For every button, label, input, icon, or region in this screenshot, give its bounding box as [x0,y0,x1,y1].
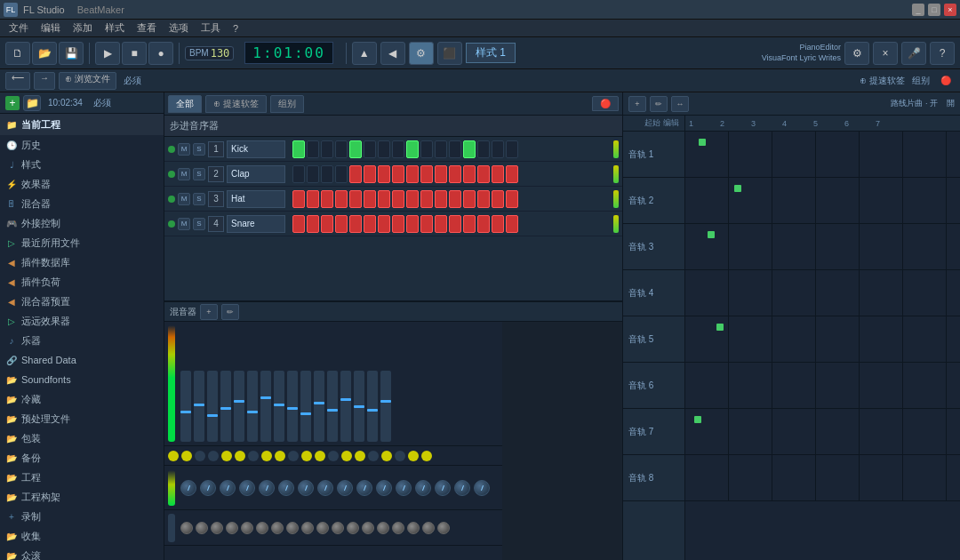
tab-close[interactable]: 🔴 [592,96,619,111]
fader-7[interactable] [260,371,271,442]
step-hat-1[interactable] [292,190,305,208]
sidebar-item-backup[interactable]: 📂 备份 [0,448,164,468]
sidebar-item-project[interactable]: 📂 工程 [0,468,164,487]
seq-mute-snare[interactable]: M [178,218,190,230]
menu-style[interactable]: 样式 [100,20,130,36]
tab-group[interactable]: 组别 [270,95,304,113]
ydot-17[interactable] [381,451,392,461]
step-kick-8[interactable] [392,140,404,158]
record-button[interactable]: ● [148,42,173,65]
sidebar-item-collect[interactable]: 📂 收集 [0,526,164,546]
pattern-cell-row-3[interactable] [685,224,960,270]
seq-active-hat[interactable] [168,196,175,203]
fader-6[interactable] [247,371,258,442]
knob-10[interactable] [356,480,372,496]
sidebar-item-preprocess[interactable]: 📂 预处理文件 [0,409,164,428]
step-clap-6[interactable] [364,165,376,183]
mixer-tool-2[interactable]: ✏ [221,304,239,320]
fader-8[interactable] [274,371,284,442]
pattern-cell-row-6[interactable] [685,363,960,409]
fader-4[interactable] [220,371,231,442]
knob-9[interactable] [337,480,353,496]
sidebar-item-instruments[interactable]: ♪ 乐器 [0,331,164,350]
sm-knob-1[interactable] [180,522,193,534]
fader-11[interactable] [314,371,324,442]
seq-active-kick[interactable] [168,146,175,153]
sm-knob-11[interactable] [332,522,344,534]
right-tool-cursor[interactable]: + [628,96,646,112]
ydot-10[interactable] [288,451,299,461]
seq-name-clap[interactable]: Clap [227,165,285,183]
undo-btn[interactable]: ⟵ [5,72,30,90]
browse-btn[interactable]: ⊕ 浏览文件 [59,72,116,90]
fader-10[interactable] [300,371,311,442]
step-kick-15[interactable] [492,140,504,158]
step-kick-10[interactable] [420,140,433,158]
close-button[interactable]: × [944,4,956,16]
step-kick-16[interactable] [506,140,518,158]
title-bar-controls[interactable]: _ □ × [912,4,956,16]
seq-mute-clap[interactable]: M [178,168,190,180]
step-snare-4[interactable] [335,215,348,233]
knob-15[interactable] [454,480,470,496]
seq-vol-snare[interactable] [613,215,619,233]
seq-vol-clap[interactable] [613,165,619,183]
knob-13[interactable] [415,480,431,496]
seq-mute-kick[interactable]: M [178,143,190,156]
mode-display[interactable]: 样式 1 [466,43,516,63]
ydot-2[interactable] [181,451,192,461]
step-clap-12[interactable] [449,165,461,183]
step-snare-3[interactable] [321,215,333,233]
seq-solo-snare[interactable]: S [193,218,205,230]
step-snare-15[interactable] [492,215,504,233]
step-snare-5[interactable] [349,215,362,233]
step-snare-6[interactable] [364,215,376,233]
menu-options[interactable]: 选项 [164,20,194,36]
ydot-9[interactable] [275,451,285,461]
sm-knob-12[interactable] [347,522,359,534]
knob-1[interactable] [180,480,196,496]
step-clap-5[interactable] [349,165,362,183]
step-snare-16[interactable] [506,215,518,233]
step-hat-8[interactable] [392,190,404,208]
sidebar-item-mixer-preset[interactable]: ◀ 混合器预置 [0,292,164,311]
step-kick-4[interactable] [335,140,348,158]
seq-vol-kick[interactable] [613,140,619,158]
mode-btn-1[interactable]: ▲ [352,42,377,65]
step-hat-11[interactable] [435,190,447,208]
step-hat-2[interactable] [307,190,319,208]
sidebar-item-plugin-load[interactable]: ◀ 插件负荷 [0,272,164,292]
sidebar-item-shared-data[interactable]: 🔗 Shared Data [0,350,164,370]
fader-5[interactable] [234,371,244,442]
step-hat-14[interactable] [477,190,490,208]
step-kick-6[interactable] [364,140,376,158]
sm-knob-15[interactable] [392,522,404,534]
small-fader-visual[interactable] [168,514,175,542]
minimize-button[interactable]: _ [912,4,924,16]
ydot-12[interactable] [315,451,325,461]
sm-knob-14[interactable] [377,522,389,534]
step-hat-12[interactable] [449,190,461,208]
maximize-button[interactable]: □ [928,4,940,16]
sm-knob-9[interactable] [301,522,314,534]
knob-14[interactable] [435,480,451,496]
ydot-6[interactable] [235,451,245,461]
sidebar-add-btn[interactable]: + [5,96,20,110]
pattern-cell-row-1[interactable] [685,132,960,178]
step-hat-13[interactable] [463,190,476,208]
step-clap-3[interactable] [321,165,333,183]
seq-active-snare[interactable] [168,220,175,228]
sidebar-item-remote-effects[interactable]: ▷ 远远效果器 [0,311,164,331]
step-hat-10[interactable] [420,190,433,208]
fader-9[interactable] [287,371,298,442]
ydot-20[interactable] [421,451,432,461]
knob-3[interactable] [220,480,236,496]
menu-view[interactable]: 查看 [132,20,162,36]
sidebar-item-record[interactable]: + 录制 [0,507,164,526]
knob-4[interactable] [239,480,255,496]
ydot-4[interactable] [208,451,219,461]
fader-16[interactable] [380,371,391,442]
knob-5[interactable] [259,480,275,496]
ydot-19[interactable] [408,451,419,461]
fader-1[interactable] [180,371,191,442]
